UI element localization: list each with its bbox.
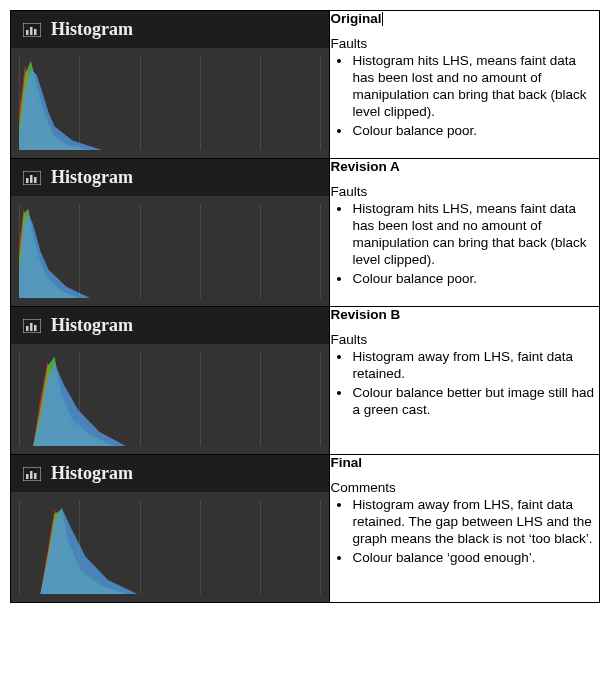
svg-rect-5 <box>26 178 29 183</box>
svg-rect-7 <box>34 177 37 183</box>
bullet-list: Histogram away from LHS, faint data reta… <box>330 349 599 419</box>
histogram-panel: Histogram <box>11 307 329 454</box>
list-item: Colour balance poor. <box>352 271 599 288</box>
svg-rect-1 <box>26 30 29 35</box>
histogram-body <box>11 48 329 158</box>
histogram-cell: Histogram <box>11 159 330 307</box>
section-heading: Faults <box>330 332 599 347</box>
panel-header: Histogram <box>11 455 329 492</box>
description-cell: Revision AFaultsHistogram hits LHS, mean… <box>330 159 600 307</box>
svg-rect-11 <box>34 325 37 331</box>
bar-chart-icon <box>23 171 41 185</box>
panel-title: Histogram <box>51 19 133 40</box>
list-item: Colour balance poor. <box>352 123 599 140</box>
svg-rect-14 <box>30 471 33 479</box>
histogram-chart <box>19 56 321 150</box>
section-heading: Comments <box>330 480 599 495</box>
histogram-body <box>11 196 329 306</box>
panel-header: Histogram <box>11 11 329 48</box>
svg-rect-9 <box>26 326 29 331</box>
section-heading: Faults <box>330 36 599 51</box>
histogram-cell: Histogram <box>11 455 330 603</box>
section-heading: Faults <box>330 184 599 199</box>
histogram-panel: Histogram <box>11 11 329 158</box>
description-cell: Revision BFaultsHistogram away from LHS,… <box>330 307 600 455</box>
bullet-list: Histogram hits LHS, means faint data has… <box>330 53 599 139</box>
histogram-cell: Histogram <box>11 11 330 159</box>
svg-rect-10 <box>30 323 33 331</box>
list-item: Colour balance better but image still ha… <box>352 385 599 419</box>
histogram-body <box>11 344 329 454</box>
table-row: HistogramOriginalFaultsHistogram hits LH… <box>11 11 600 159</box>
svg-rect-15 <box>34 473 37 479</box>
list-item: Histogram hits LHS, means faint data has… <box>352 53 599 121</box>
row-title: Revision A <box>330 159 599 174</box>
panel-title: Histogram <box>51 167 133 188</box>
bar-chart-icon <box>23 467 41 481</box>
panel-header: Histogram <box>11 307 329 344</box>
bullet-list: Histogram away from LHS, faint data reta… <box>330 497 599 567</box>
table-row: HistogramRevision AFaultsHistogram hits … <box>11 159 600 307</box>
histogram-panel: Histogram <box>11 159 329 306</box>
list-item: Histogram hits LHS, means faint data has… <box>352 201 599 269</box>
row-title: Revision B <box>330 307 599 322</box>
list-item: Histogram away from LHS, faint data reta… <box>352 349 599 383</box>
histogram-chart <box>19 204 321 298</box>
list-item: Histogram away from LHS, faint data reta… <box>352 497 599 548</box>
panel-title: Histogram <box>51 463 133 484</box>
svg-rect-13 <box>26 474 29 479</box>
list-item: Colour balance ‘good enough’. <box>352 550 599 567</box>
histogram-panel: Histogram <box>11 455 329 602</box>
histogram-chart <box>19 500 321 594</box>
bar-chart-icon <box>23 319 41 333</box>
histogram-cell: Histogram <box>11 307 330 455</box>
histogram-body <box>11 492 329 602</box>
svg-rect-2 <box>30 27 33 35</box>
panel-title: Histogram <box>51 315 133 336</box>
row-title: Final <box>330 455 599 470</box>
svg-rect-6 <box>30 175 33 183</box>
table-row: HistogramFinalCommentsHistogram away fro… <box>11 455 600 603</box>
row-title: Original <box>330 11 599 26</box>
description-cell: FinalCommentsHistogram away from LHS, fa… <box>330 455 600 603</box>
histogram-chart <box>19 352 321 446</box>
svg-rect-3 <box>34 29 37 35</box>
bullet-list: Histogram hits LHS, means faint data has… <box>330 201 599 287</box>
description-cell: OriginalFaultsHistogram hits LHS, means … <box>330 11 600 159</box>
comparison-table: HistogramOriginalFaultsHistogram hits LH… <box>10 10 600 603</box>
panel-header: Histogram <box>11 159 329 196</box>
bar-chart-icon <box>23 23 41 37</box>
table-row: HistogramRevision BFaultsHistogram away … <box>11 307 600 455</box>
text-cursor <box>382 12 383 26</box>
